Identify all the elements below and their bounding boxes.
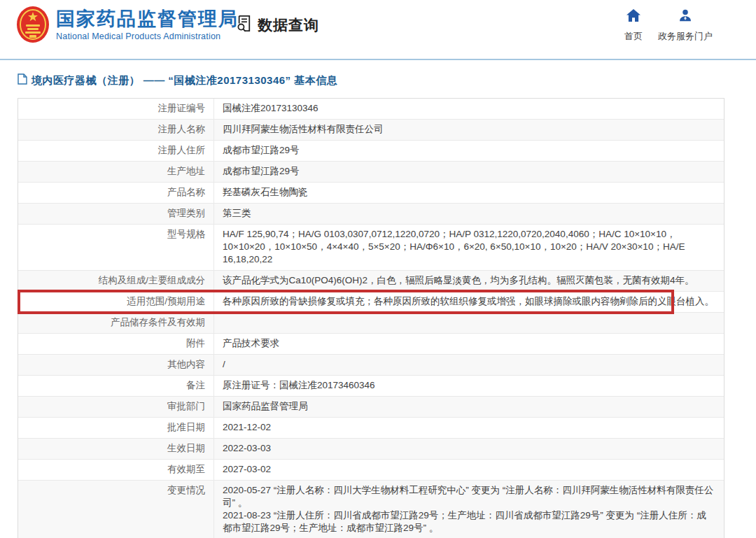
nav-home[interactable]: 首页 [624,8,643,43]
data-query-label: 数据查询 [258,15,319,35]
row-value: 成都市望江路29号 [214,141,724,161]
document-icon [18,73,27,87]
row-label-text: 审批部门 [167,400,205,413]
row-label: 产品储存条件及有效期 [18,313,214,333]
row-label-text: 产品名称 [167,186,205,199]
data-query-tab[interactable]: 数据查询 [235,14,319,36]
row-label-text: 注册人住所 [158,144,206,157]
table-row: 注册人名称 四川拜阿蒙生物活性材料有限责任公司 [18,119,724,140]
national-emblem-logo [15,5,50,44]
table-row: 附件 产品技术要求 [18,333,724,354]
row-label-text: 批准日期 [167,421,205,434]
row-label: 结构及组成/主要组成成分 [18,271,214,291]
row-value: 国家药品监督管理局 [214,397,724,417]
row-label-text: 产品储存条件及有效期 [111,316,205,329]
row-label-text: 有效期至 [167,463,205,476]
table-row: 审批部门 国家药品监督管理局 [18,396,724,417]
row-value: 2020-05-27 “注册人名称：四川大学生物材料工程研究中心” 变更为 “注… [214,481,724,538]
row-label: 生效日期 [18,439,214,459]
row-label: 注册人名称 [18,120,214,140]
user-icon [678,8,692,25]
row-label: 注册证编号 [18,99,214,119]
row-label-text: 注册证编号 [158,102,206,115]
row-label-text: 生产地址 [167,165,205,178]
row-label: 生产地址 [18,162,214,182]
row-value: 原注册证号：国械注准20173460346 [214,376,724,396]
row-label: 产品名称 [18,183,214,203]
page-title-bar: 境内医疗器械（注册） —— “国械注准20173130346” 基本信息 [18,73,756,88]
row-value-line: 2020-05-27 “注册人名称：四川大学生物材料工程研究中心” 变更为 “注… [223,484,715,509]
row-label: 有效期至 [18,460,214,480]
page-title: 境内医疗器械（注册） —— “国械注准20173130346” 基本信息 [31,74,337,87]
table-row: 其他内容 / [18,354,724,375]
table-row: 有效期至 2027-03-02 [18,459,724,480]
row-label: 管理类别 [18,204,214,224]
nav-gov-portal-label: 政务服务门户 [658,30,713,43]
row-label: 型号规格 [18,225,214,270]
row-label-text: 其他内容 [167,358,205,371]
home-icon [626,8,641,25]
row-label: 审批部门 [18,397,214,417]
row-value: 第三类 [214,204,724,224]
table-row: 注册人住所 成都市望江路29号 [18,140,724,161]
row-label: 变更情况 [18,481,214,538]
row-value: 2022-03-03 [214,439,724,459]
org-name-en: National Medical Products Administration [56,31,239,41]
nav-home-label: 首页 [624,30,643,43]
row-value: 羟基磷灰石生物陶瓷 [214,183,724,203]
table-row: 产品储存条件及有效期 [18,312,724,333]
row-label: 批准日期 [18,418,214,438]
row-label-text: 型号规格 [167,228,205,241]
row-value-line: 2021-08-23 “注册人住所：四川省成都市望江路29号；生产地址：四川省成… [223,509,715,535]
row-label: 附件 [18,334,214,354]
row-label: 备注 [18,376,214,396]
row-value: HA/F 125,90,74；HA/G 0103,0307,0712,1220,… [214,225,724,270]
nav-gov-portal[interactable]: 政务服务门户 [658,8,713,43]
row-label-text: 生效日期 [167,442,205,455]
table-row: 生效日期 2022-03-03 [18,438,724,459]
table-row: 生产地址 成都市望江路29号 [18,161,724,182]
row-label-text: 管理类别 [167,207,205,220]
table-row: 管理类别 第三类 [18,203,724,224]
row-value: 各种原因所致的骨缺损修复或填充；各种原因所致的软组织修复或增强，如眼球摘除或眼内… [214,292,724,312]
row-label-text: 附件 [186,337,205,350]
row-label-text: 结构及组成/主要组成成分 [99,274,205,287]
document-search-icon [235,14,254,36]
table-row: 产品名称 羟基磷灰石生物陶瓷 [18,182,724,203]
site-header: 国家药品监督管理局 National Medical Products Admi… [0,0,756,60]
row-label-text: 适用范围/预期用途 [127,295,205,308]
row-label-text: 注册人名称 [158,123,206,136]
row-value [214,313,724,333]
row-label-text: 变更情况 [167,484,205,497]
row-label: 注册人住所 [18,141,214,161]
row-value: 成都市望江路29号 [214,162,724,182]
row-label-text: 备注 [186,379,205,392]
row-value: 国械注准20173130346 [214,99,724,119]
org-name-zh: 国家药品监督管理局 [56,8,239,29]
row-label: 其他内容 [18,355,214,375]
table-row: 结构及组成/主要组成成分 该产品化学式为Ca10(PO4)6(OH)2，白色，辐… [18,270,724,291]
org-title-block: 国家药品监督管理局 National Medical Products Admi… [56,8,239,41]
row-value: 2021-12-02 [214,418,724,438]
info-table: 注册证编号 国械注准20173130346 注册人名称 四川拜阿蒙生物活性材料有… [18,98,724,538]
row-value: 四川拜阿蒙生物活性材料有限责任公司 [214,120,724,140]
table-row: 备注 原注册证号：国械注准20173460346 [18,375,724,396]
row-label: 适用范围/预期用途 [18,292,214,312]
table-row: 变更情况 2020-05-27 “注册人名称：四川大学生物材料工程研究中心” 变… [18,480,724,538]
table-row: 型号规格 HA/F 125,90,74；HA/G 0103,0307,0712,… [18,224,724,270]
row-value: / [214,355,724,375]
row-value: 该产品化学式为Ca10(PO4)6(OH)2，白色，辐照后略显淡黄色，均为多孔结… [214,271,724,291]
row-value: 2027-03-02 [214,460,724,480]
row-value: 产品技术要求 [214,334,724,354]
table-row: 注册证编号 国械注准20173130346 [18,99,724,119]
table-row: 适用范围/预期用途 各种原因所致的骨缺损修复或填充；各种原因所致的软组织修复或增… [18,291,724,312]
table-row: 批准日期 2021-12-02 [18,417,724,438]
